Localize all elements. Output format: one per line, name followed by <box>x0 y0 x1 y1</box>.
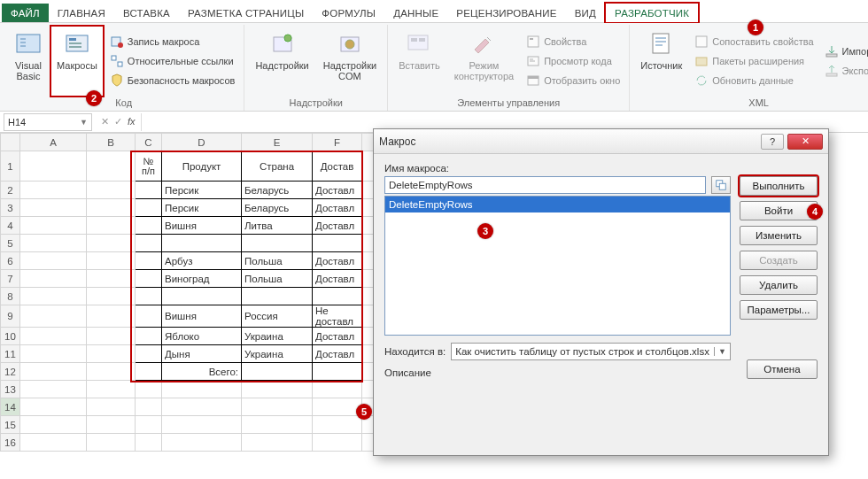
cell[interactable] <box>87 328 136 345</box>
cell[interactable] <box>136 381 162 398</box>
select-all-corner[interactable] <box>1 134 20 151</box>
col-header[interactable]: A <box>20 134 87 151</box>
cell[interactable] <box>20 363 87 381</box>
cell[interactable] <box>313 363 362 381</box>
cell[interactable] <box>87 182 136 199</box>
cell[interactable]: Доставл <box>313 199 362 217</box>
cancel-button[interactable]: Отмена <box>747 359 818 379</box>
cell[interactable] <box>136 345 162 363</box>
tab-developer[interactable]: РАЗРАБОТЧИК <box>605 3 699 23</box>
cell[interactable] <box>87 345 136 363</box>
cell[interactable] <box>162 288 242 305</box>
cell[interactable] <box>136 182 162 199</box>
run-button[interactable]: Выполнить <box>740 176 818 196</box>
row-header[interactable]: 6 <box>1 252 20 270</box>
cell[interactable]: Беларусь <box>242 199 313 217</box>
row-header[interactable]: 2 <box>1 182 20 199</box>
tab-review[interactable]: РЕЦЕНЗИРОВАНИЕ <box>447 4 565 22</box>
tab-view[interactable]: ВИД <box>566 4 605 22</box>
cell[interactable] <box>242 235 313 252</box>
cell[interactable] <box>136 217 162 235</box>
cell[interactable] <box>20 416 87 434</box>
cell[interactable] <box>162 434 242 452</box>
cell[interactable]: Дыня <box>162 345 242 363</box>
cell[interactable]: Персик <box>162 182 242 199</box>
cell[interactable] <box>162 416 242 434</box>
visual-basic-button[interactable]: Visual Basic <box>9 27 48 96</box>
cell[interactable] <box>136 288 162 305</box>
cell[interactable]: Не доставл <box>313 305 362 328</box>
macro-name-input[interactable]: DeleteEmptyRows <box>384 176 706 194</box>
macro-name-picker-button[interactable] <box>711 176 731 194</box>
row-header[interactable]: 3 <box>1 199 20 217</box>
name-box[interactable]: H14 ▼ <box>4 113 92 131</box>
cell[interactable] <box>136 328 162 345</box>
cell[interactable] <box>20 252 87 270</box>
cell[interactable] <box>313 434 362 452</box>
insert-control-button[interactable]: Вставить <box>393 27 446 96</box>
cell[interactable] <box>136 398 162 416</box>
col-header[interactable]: B <box>87 134 136 151</box>
cell[interactable]: Доставл <box>313 217 362 235</box>
options-button[interactable]: Параметры... <box>740 300 818 320</box>
cell[interactable]: Польша <box>242 270 313 288</box>
cell[interactable] <box>87 217 136 235</box>
macro-list-item[interactable]: DeleteEmptyRows <box>385 197 730 212</box>
cell[interactable] <box>20 270 87 288</box>
cell[interactable] <box>162 381 242 398</box>
cell[interactable]: Доставл <box>313 328 362 345</box>
row-header[interactable]: 13 <box>1 381 20 398</box>
cell[interactable] <box>313 235 362 252</box>
cell[interactable] <box>242 398 313 416</box>
row-header[interactable]: 9 <box>1 305 20 328</box>
cell[interactable] <box>242 288 313 305</box>
row-header[interactable]: 4 <box>1 217 20 235</box>
cell[interactable] <box>87 235 136 252</box>
cell[interactable] <box>20 328 87 345</box>
tab-data[interactable]: ДАННЫЕ <box>384 4 447 22</box>
dialog-help-button[interactable]: ? <box>761 134 784 150</box>
cell[interactable] <box>136 199 162 217</box>
dropdown-icon[interactable]: ▼ <box>714 347 726 356</box>
cell[interactable]: Продукт <box>162 151 242 182</box>
cell[interactable] <box>87 381 136 398</box>
row-header[interactable]: 10 <box>1 328 20 345</box>
step-into-button[interactable]: Войти <box>740 201 818 220</box>
row-header[interactable]: 16 <box>1 434 20 452</box>
cell[interactable] <box>20 434 87 452</box>
location-select[interactable]: Как очистить таблицу от пустых строк и с… <box>451 343 731 360</box>
cell[interactable]: Доставл <box>313 270 362 288</box>
cell[interactable] <box>136 434 162 452</box>
delete-button[interactable]: Удалить <box>740 275 818 295</box>
edit-button[interactable]: Изменить <box>740 226 818 245</box>
cell[interactable] <box>20 182 87 199</box>
dialog-titlebar[interactable]: Макрос ? ✕ <box>374 129 828 154</box>
cell[interactable] <box>242 381 313 398</box>
run-dialog-button[interactable]: Отобразить окно <box>523 72 624 89</box>
cell[interactable]: Яблоко <box>162 328 242 345</box>
cell[interactable] <box>20 235 87 252</box>
cell[interactable] <box>87 252 136 270</box>
macro-list[interactable]: DeleteEmptyRows <box>384 196 731 336</box>
cell[interactable] <box>313 416 362 434</box>
fx-icon[interactable]: fx <box>128 116 136 127</box>
cell[interactable]: Страна <box>242 151 313 182</box>
cell[interactable]: Беларусь <box>242 182 313 199</box>
row-header[interactable]: 12 <box>1 363 20 381</box>
row-header[interactable]: 15 <box>1 416 20 434</box>
cell[interactable] <box>20 288 87 305</box>
col-header[interactable]: E <box>242 134 313 151</box>
tab-formulas[interactable]: ФОРМУЛЫ <box>313 4 384 22</box>
cell[interactable]: Доставл <box>313 182 362 199</box>
cell[interactable]: Вишня <box>162 305 242 328</box>
tab-insert[interactable]: ВСТАВКА <box>114 4 179 22</box>
dialog-close-button[interactable]: ✕ <box>787 134 823 150</box>
refresh-data-button[interactable]: Обновить данные <box>691 72 817 89</box>
xml-source-button[interactable]: Источник <box>635 27 687 96</box>
cell[interactable]: Арбуз <box>162 252 242 270</box>
tab-file[interactable]: ФАЙЛ <box>2 4 49 22</box>
row-header[interactable]: 1 <box>1 151 20 182</box>
row-header[interactable]: 7 <box>1 270 20 288</box>
relative-refs-button[interactable]: Относительные ссылки <box>106 52 239 70</box>
cell[interactable] <box>87 416 136 434</box>
